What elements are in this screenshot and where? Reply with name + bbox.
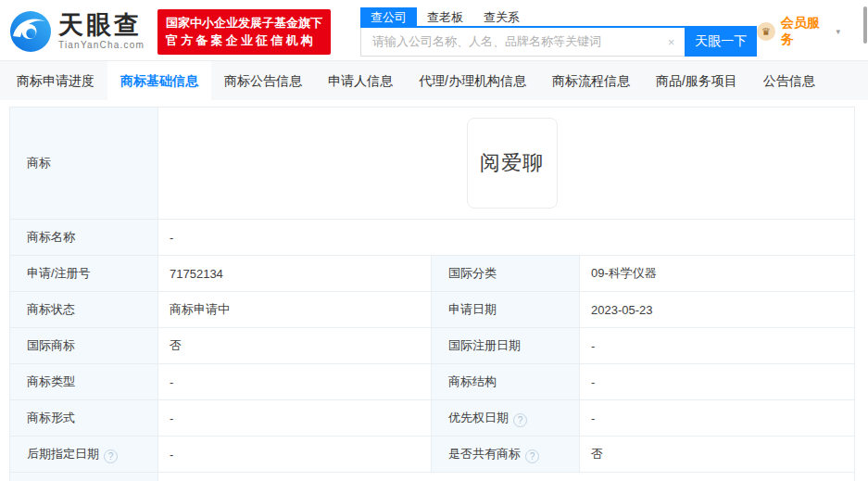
- tab-agency-info[interactable]: 代理/办理机构信息: [406, 61, 539, 100]
- field-label-text: 商标名称: [27, 230, 75, 244]
- field-label-partial: [10, 473, 158, 481]
- search-row: × 天眼一下: [360, 28, 757, 57]
- field-value-tm-form: -: [158, 400, 432, 437]
- field-label-text: 申请日期: [448, 302, 497, 316]
- logo[interactable]: 天眼查 TianYanCha.com: [9, 10, 145, 53]
- field-value-tm-type: -: [158, 364, 432, 400]
- table-row-form-priority: 商标形式 - 优先权日期? -: [10, 400, 855, 437]
- search-tab-boss[interactable]: 查老板: [417, 7, 473, 26]
- field-value-partial: [158, 473, 855, 481]
- field-label-text: 国际分类: [448, 266, 497, 280]
- trademark-image[interactable]: 阅爱聊: [467, 118, 558, 209]
- trademark-image-cell: 阅爱聊: [158, 108, 855, 220]
- tab-notice-info[interactable]: 公告信息: [750, 61, 828, 100]
- search-tab-relation[interactable]: 查关系: [473, 7, 530, 26]
- field-value-tm-structure: -: [580, 364, 855, 400]
- field-value-text: -: [591, 375, 595, 389]
- trademark-image-text: 阅爱聊: [480, 149, 544, 177]
- tianyancha-logo-icon: [9, 10, 52, 53]
- table-row-type-structure: 商标类型 - 商标结构 -: [10, 364, 855, 400]
- field-label-status: 商标状态: [10, 292, 158, 328]
- field-value-text: -: [170, 448, 173, 462]
- table-row-intl: 国际商标 否 国际注册日期 -: [10, 328, 855, 364]
- help-icon[interactable]: ?: [104, 449, 118, 463]
- field-value-text: -: [170, 411, 173, 425]
- field-label-text: 后期指定日期: [27, 447, 99, 461]
- field-value-text: 否: [591, 447, 603, 461]
- table-row-partial: [10, 473, 855, 481]
- help-icon[interactable]: ?: [513, 413, 527, 427]
- field-label-reg-no: 申请/注册号: [10, 256, 158, 292]
- field-value-text: 商标申请中: [170, 302, 230, 316]
- field-label-trademark: 商标: [10, 108, 158, 220]
- search-input-wrap: ×: [360, 28, 685, 57]
- gov-endorsement-badge: 国家中小企业发展子基金旗下 官方备案企业征信机构: [157, 9, 331, 55]
- table-row-regno-class: 申请/注册号 71752134 国际分类 09-科学仪器: [10, 256, 855, 292]
- help-icon[interactable]: ?: [525, 449, 539, 463]
- clear-icon[interactable]: ×: [668, 36, 675, 48]
- field-value-text: 否: [170, 338, 182, 352]
- field-value-apply-date: 2023-05-23: [580, 292, 855, 328]
- field-label-priority-date: 优先权日期?: [432, 400, 580, 437]
- field-value-priority-date: -: [580, 400, 855, 437]
- table-row-trademark: 商标 阅爱聊: [10, 108, 855, 220]
- field-label-text: 商标结构: [448, 374, 497, 388]
- search-tab-company[interactable]: 查公司: [360, 7, 417, 26]
- chevron-down-icon: ▾: [836, 27, 840, 36]
- crown-icon: ♛: [757, 22, 775, 41]
- field-value-text: -: [170, 375, 173, 389]
- field-value-text: 71752134: [170, 267, 223, 281]
- brand-domain: TianYanCha.com: [58, 40, 145, 50]
- brand-name: 天眼查: [58, 13, 145, 38]
- field-label-later-designation: 后期指定日期?: [10, 437, 158, 473]
- tab-goods-services[interactable]: 商品/服务项目: [643, 61, 750, 100]
- field-label-tm-structure: 商标结构: [432, 364, 580, 400]
- field-value-text: -: [591, 411, 595, 425]
- field-value-text: 2023-05-23: [591, 303, 653, 317]
- table-wrap: 商标 阅爱聊 商标名称 - 申请/注册号 71752134: [9, 107, 854, 481]
- search-module: 查公司 查老板 查关系 × 天眼一下: [360, 7, 757, 57]
- tab-process-info[interactable]: 商标流程信息: [539, 61, 643, 100]
- field-label-text: 国际注册日期: [448, 338, 521, 352]
- table-row-later-coowned: 后期指定日期? - 是否共有商标? 否: [10, 437, 855, 473]
- field-value-reg-no: 71752134: [158, 256, 432, 292]
- field-value-co-owned: 否: [580, 437, 855, 473]
- search-button[interactable]: 天眼一下: [685, 28, 757, 57]
- field-label-text: 商标: [27, 156, 51, 170]
- field-label-text: 优先权日期: [448, 411, 509, 424]
- table-row-status-date: 商标状态 商标申请中 申请日期 2023-05-23: [10, 292, 855, 328]
- tab-applicant-info[interactable]: 申请人信息: [315, 61, 406, 100]
- field-label-intl-class: 国际分类: [432, 256, 580, 292]
- tab-announcement-info[interactable]: 商标公告信息: [211, 61, 315, 100]
- field-label-text: 是否共有商标: [448, 447, 521, 461]
- scrollbar-thumb[interactable]: [863, 6, 867, 44]
- field-label-tm-form: 商标形式: [10, 400, 158, 437]
- member-services[interactable]: ♛ 会员服务 ▾: [757, 15, 840, 48]
- field-value-text: 09-科学仪器: [591, 266, 657, 280]
- field-label-co-owned: 是否共有商标?: [432, 437, 580, 473]
- logo-text: 天眼查 TianYanCha.com: [58, 13, 145, 50]
- tab-basic-info[interactable]: 商标基础信息: [107, 61, 211, 100]
- member-label: 会员服务: [781, 15, 832, 48]
- field-value-intl-class: 09-科学仪器: [580, 256, 855, 292]
- tab-application-progress[interactable]: 商标申请进度: [4, 61, 107, 100]
- field-label-intl-reg-date: 国际注册日期: [432, 328, 580, 364]
- field-value-intl-tm: 否: [158, 328, 432, 364]
- search-tabs: 查公司 查老板 查关系: [360, 7, 757, 28]
- field-label-name: 商标名称: [10, 220, 158, 256]
- search-input[interactable]: [360, 28, 685, 57]
- badge-line-1: 国家中小企业发展子基金旗下: [166, 14, 322, 32]
- field-value-name: -: [158, 220, 855, 256]
- field-label-tm-type: 商标类型: [10, 364, 158, 400]
- field-value-text: -: [170, 231, 173, 245]
- field-label-text: 国际商标: [27, 338, 75, 352]
- field-value-later-designation: -: [158, 437, 432, 473]
- field-label-text: 商标类型: [27, 374, 75, 388]
- field-label-text: 商标形式: [27, 411, 75, 424]
- field-label-text: 申请/注册号: [27, 266, 91, 280]
- table-row-name: 商标名称 -: [10, 220, 855, 256]
- field-label-text: 商标状态: [27, 302, 75, 316]
- field-value-status: 商标申请中: [158, 292, 432, 328]
- badge-line-2: 官方备案企业征信机构: [166, 32, 322, 50]
- detail-tab-bar: 商标申请进度 商标基础信息 商标公告信息 申请人信息 代理/办理机构信息 商标流…: [0, 60, 868, 100]
